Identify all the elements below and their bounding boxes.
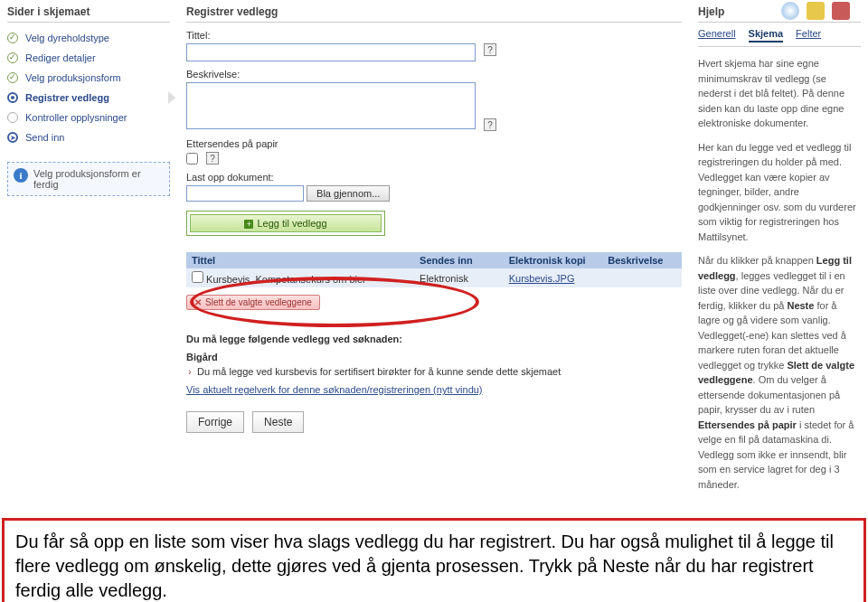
check-icon (7, 72, 18, 83)
crest-icon (832, 2, 850, 20)
check-icon (7, 33, 18, 43)
requirements-heading: Du må legge følgende vedlegg ved søknade… (186, 334, 682, 344)
file-path-input[interactable] (186, 185, 304, 202)
help-p2b: Når du klikker på knappen Legg til vedle… (698, 253, 861, 492)
wizard-steps: Velg dyreholdstype Rediger detaljer Velg… (7, 28, 170, 147)
step-send-inn[interactable]: Send inn (7, 127, 170, 147)
help-icon[interactable]: ? (484, 43, 496, 56)
help-icon[interactable]: ? (206, 152, 219, 165)
help-tabs: Generell Skjema Felter (698, 28, 861, 47)
tab-felter[interactable]: Felter (796, 28, 821, 42)
orb-icon (781, 2, 799, 20)
info-callout: i Velg produksjonsform er ferdig (7, 162, 170, 196)
title-label: Tittel: (186, 30, 682, 41)
info-text: Velg produksjonsform er ferdig (33, 168, 141, 190)
browse-button[interactable]: Bla gjennom... (307, 185, 390, 202)
tab-skjema[interactable]: Skjema (749, 28, 784, 42)
postpone-checkbox[interactable] (186, 153, 198, 165)
description-label: Beskrivelse: (186, 69, 682, 80)
tab-generell[interactable]: Generell (698, 28, 736, 42)
instruction-overlay: Du får så opp en liste som viser hva sla… (2, 518, 866, 602)
col-desc: Beskrivelse (602, 252, 682, 268)
send-icon (7, 132, 18, 143)
description-input[interactable] (186, 82, 476, 129)
step-kontroller-opplysninger[interactable]: Kontroller opplysninger (7, 108, 170, 127)
sidebar-heading: Sider i skjemaet (7, 4, 170, 23)
step-velg-dyreholdstype[interactable]: Velg dyreholdstype (7, 28, 170, 48)
help-p2a: Her kan du legge ved et vedlegg til regi… (698, 140, 861, 245)
attachments-table: Tittel Sendes inn Elektronisk kopi Beskr… (186, 252, 682, 314)
table-row: Kursbevis, Kompetansekurs om bier Elektr… (186, 268, 682, 287)
row-file-link[interactable]: Kursbevis.JPG (509, 273, 575, 284)
current-step-icon (7, 92, 18, 103)
help-body: Hvert skjema har sine egne minimumskrav … (698, 56, 861, 492)
header-decorative-icons (781, 2, 850, 20)
chevron-right-icon (168, 91, 175, 104)
shield-icon (807, 2, 825, 20)
row-send: Elektronisk (414, 268, 504, 287)
main-heading: Registrer vedlegg (186, 4, 682, 23)
help-icon[interactable]: ? (484, 118, 496, 131)
delete-selected-button[interactable]: ✕Slett de valgte vedleggene (186, 295, 320, 310)
plus-icon: + (244, 220, 253, 229)
step-velg-produksjonsform[interactable]: Velg produksjonsform (7, 68, 170, 88)
requirement-item: Du må legge ved kursbevis for sertifiser… (186, 366, 682, 377)
add-attachment-button[interactable]: +Legg til vedlegg (190, 214, 382, 232)
row-select-checkbox[interactable] (192, 271, 203, 283)
upload-label: Last opp dokument: (186, 172, 682, 183)
requirements-subhead: Bigård (186, 352, 682, 362)
info-icon: i (14, 168, 28, 183)
check-icon (7, 52, 18, 63)
help-p1: Hvert skjema har sine egne minimumskrav … (698, 56, 861, 131)
postpone-label: Ettersendes på papir (186, 138, 682, 149)
next-button[interactable]: Neste (252, 411, 304, 433)
table-actions-row: ✕Slett de valgte vedleggene (186, 287, 682, 314)
row-desc (602, 268, 682, 287)
title-input[interactable] (186, 43, 476, 61)
step-rediger-detaljer[interactable]: Rediger detaljer (7, 48, 170, 68)
pending-icon (7, 112, 18, 123)
x-icon: ✕ (194, 297, 202, 307)
regulations-link[interactable]: Vis aktuelt regelverk for denne søknaden… (186, 384, 483, 395)
previous-button[interactable]: Forrige (186, 411, 244, 433)
col-send: Sendes inn (414, 252, 504, 268)
step-registrer-vedlegg[interactable]: Registrer vedlegg (7, 88, 170, 108)
row-title: Kursbevis, Kompetansekurs om bier (206, 274, 366, 285)
col-copy: Elektronisk kopi (504, 252, 603, 268)
col-title: Tittel (186, 252, 414, 268)
